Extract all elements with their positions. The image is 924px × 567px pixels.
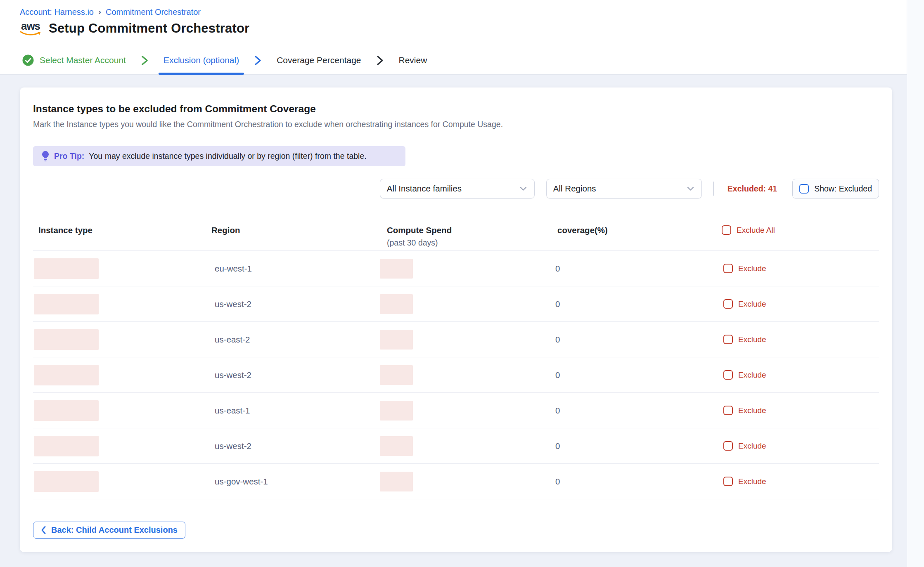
pro-tip-text: You may exclude instance types individua… [89, 151, 366, 161]
coverage-cell: 0 [549, 441, 714, 451]
regions-dropdown[interactable]: All Regions [546, 179, 702, 198]
show-excluded-label: Show: Excluded [814, 184, 872, 194]
step-exclusion[interactable]: Exclusion (optional) [163, 46, 239, 74]
pro-tip-label: Pro Tip: [54, 151, 84, 161]
step-label: Select Master Account [40, 55, 126, 65]
redacted-compute-spend [380, 330, 413, 350]
step-label: Review [399, 55, 427, 65]
redacted-instance-type [34, 258, 99, 279]
back-button-label: Back: Child Account Exclusions [51, 525, 178, 535]
wizard-stepper: Select Master Account Exclusion (optiona… [0, 46, 924, 75]
exclude-label: Exclude [738, 264, 766, 273]
step-label: Coverage Percentage [277, 55, 361, 65]
exclude-label: Exclude [738, 335, 766, 344]
region-cell: us-west-2 [206, 441, 376, 451]
redacted-compute-spend [380, 259, 413, 279]
regions-value: All Regions [553, 184, 596, 194]
breadcrumb-chevron-icon: › [98, 7, 101, 17]
filter-divider [713, 182, 714, 196]
table-row: us-west-2 0 Exclude [33, 286, 879, 322]
panel-heading: Instance types to be excluded from Commi… [33, 103, 879, 115]
redacted-instance-type [34, 471, 99, 492]
table-row: us-gov-west-1 0 Exclude [33, 464, 879, 499]
redacted-instance-type [34, 400, 99, 421]
filter-bar: All Instance families All Regions Exclud… [33, 179, 879, 198]
coverage-cell: 0 [549, 406, 714, 416]
table-body: eu-west-1 0 Exclude us-west-2 0 Exclude … [33, 251, 879, 499]
region-cell: us-east-2 [206, 335, 376, 345]
col-region: Region [206, 222, 376, 235]
chevron-right-icon [254, 55, 261, 66]
pro-tip-banner: Pro Tip: You may exclude instance types … [33, 146, 405, 166]
redacted-compute-spend [380, 436, 413, 456]
chevron-right-icon [377, 55, 384, 66]
redacted-compute-spend [380, 472, 413, 491]
exclude-checkbox[interactable] [723, 406, 733, 415]
redacted-compute-spend [380, 294, 413, 314]
table-row: us-west-2 0 Exclude [33, 357, 879, 393]
exclude-checkbox[interactable] [723, 335, 733, 344]
page-title: Setup Commitment Orchestrator [49, 21, 249, 36]
exclude-checkbox[interactable] [723, 441, 733, 451]
table-header: Instance type Region Compute Spend (past… [33, 222, 879, 251]
completed-check-icon [22, 54, 34, 66]
scrollbar-gutter[interactable] [907, 0, 924, 567]
exclude-all-checkbox[interactable] [722, 225, 731, 235]
coverage-cell: 0 [549, 299, 714, 309]
lightbulb-icon [41, 151, 50, 162]
redacted-compute-spend [380, 401, 413, 421]
redacted-instance-type [34, 436, 99, 456]
table-row: us-east-1 0 Exclude [33, 393, 879, 428]
exclude-label: Exclude [738, 406, 766, 415]
breadcrumb-account-link[interactable]: Account: Harness.io [20, 7, 94, 17]
exclude-all-label: Exclude All [737, 226, 775, 235]
exclude-checkbox[interactable] [723, 477, 733, 486]
col-instance-type: Instance type [33, 222, 206, 235]
chevron-right-icon [141, 55, 148, 66]
breadcrumb-current-link[interactable]: Commitment Orchestrator [106, 7, 201, 17]
aws-smile-icon [20, 31, 41, 36]
chevron-left-icon [41, 526, 46, 534]
coverage-cell: 0 [549, 335, 714, 345]
region-cell: us-gov-west-1 [206, 477, 376, 487]
region-cell: eu-west-1 [206, 264, 376, 274]
step-coverage-percentage[interactable]: Coverage Percentage [277, 46, 361, 74]
aws-logo-text: aws [21, 21, 40, 31]
coverage-cell: 0 [549, 477, 714, 487]
back-button[interactable]: Back: Child Account Exclusions [33, 522, 185, 539]
region-cell: us-east-1 [206, 406, 376, 416]
show-excluded-toggle[interactable]: Show: Excluded [792, 179, 879, 198]
instance-families-dropdown[interactable]: All Instance families [380, 179, 535, 198]
exclude-checkbox[interactable] [723, 299, 733, 309]
step-review[interactable]: Review [399, 46, 427, 74]
exclude-label: Exclude [738, 300, 766, 309]
table-row: us-west-2 0 Exclude [33, 428, 879, 464]
show-excluded-checkbox[interactable] [799, 184, 809, 194]
redacted-compute-spend [380, 365, 413, 385]
region-cell: us-west-2 [206, 299, 376, 309]
excluded-count: Excluded: 41 [727, 184, 777, 194]
instance-families-value: All Instance families [387, 184, 462, 194]
chevron-down-icon [687, 187, 694, 191]
exclude-label: Exclude [738, 442, 766, 451]
exclude-checkbox[interactable] [723, 370, 733, 380]
page-header: Account: Harness.io › Commitment Orchest… [0, 0, 924, 46]
breadcrumb: Account: Harness.io › Commitment Orchest… [20, 7, 201, 17]
col-compute-spend-subtitle: (past 30 days) [387, 238, 549, 248]
exclude-checkbox[interactable] [723, 264, 733, 273]
redacted-instance-type [34, 329, 99, 350]
region-cell: us-west-2 [206, 370, 376, 380]
panel-subheading: Mark the Instance types you would like t… [33, 120, 879, 129]
col-coverage: coverage(%) [549, 222, 714, 235]
coverage-cell: 0 [549, 264, 714, 274]
step-select-master-account[interactable]: Select Master Account [22, 46, 126, 74]
aws-logo: aws [20, 21, 41, 36]
redacted-instance-type [34, 294, 99, 314]
chevron-down-icon [520, 187, 527, 191]
coverage-cell: 0 [549, 370, 714, 380]
exclude-label: Exclude [738, 371, 766, 380]
table-row: us-east-2 0 Exclude [33, 322, 879, 357]
table-row: eu-west-1 0 Exclude [33, 251, 879, 286]
exclude-label: Exclude [738, 477, 766, 486]
step-label: Exclusion (optional) [163, 55, 239, 65]
